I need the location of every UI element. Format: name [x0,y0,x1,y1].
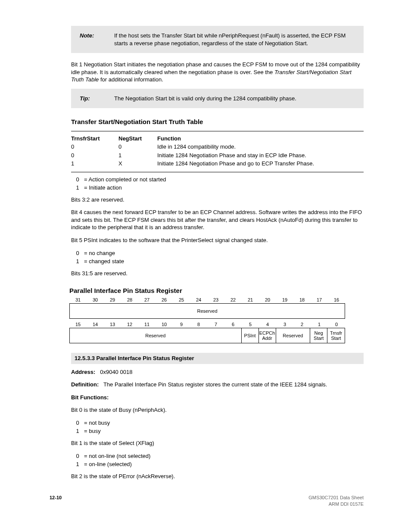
note-text: If the host sets the Transfer Start bit … [114,32,355,47]
bit-index: 12 [121,321,138,328]
bit-index: 4 [259,321,276,328]
bit-index: 5 [242,321,259,328]
col-fn: Function [157,135,181,143]
note-label: Note: [80,32,94,39]
bit-cell-reserved-top: Reserved [70,304,345,318]
bit-cell: Reserved [70,328,242,343]
bitfn-label: Bit Functions: [71,394,109,401]
bit-index: 13 [104,321,121,328]
list-item: 0= not on-line (not selected) [71,452,364,460]
bit-index: 28 [121,297,138,303]
register-title: Parallel Interface Pin Status Register [69,286,345,295]
bit-index: 25 [173,297,190,303]
bit-cell: Neg Start [310,328,327,343]
bit-index: 18 [293,297,311,303]
bit-index: 9 [173,321,190,328]
bit-description: Bit 1 is the state of Select (XFlag) [71,439,364,447]
para-bit5: Bit 5 PSInt indicates to the software th… [71,236,364,244]
truth-table-heading: Transfer Start/Negotiation Start Truth T… [71,118,364,126]
bit-index: 21 [242,297,259,303]
tip-text: The Negotiation Start bit is valid only … [114,95,355,103]
bit-index: 26 [156,297,173,303]
bit-index: 10 [156,321,173,328]
bit-index: 0 [328,321,345,328]
bit-index: 11 [138,321,156,328]
bit-index: 8 [190,321,207,328]
bit-index: 22 [224,297,242,303]
page-footer: 12-10 GMS30C7201 Data Sheet ARM DDI 0157… [50,495,364,507]
list-item: 1= changed state [71,258,364,265]
list-item: 1= on-line (selected) [71,460,364,468]
col-neg: NegStart [118,135,157,143]
bit-index: 29 [104,297,121,303]
bit-index: 31 [69,297,87,303]
register-diagram: Parallel Interface Pin Status Register 3… [69,286,345,343]
bit-index: 3 [276,321,293,328]
col-trnsfr: TrnsfrStart [71,135,118,143]
para-reserved-315: Bits 31:5 are reserved. [71,270,364,277]
bit-index: 6 [224,321,242,328]
bit-index: 17 [311,297,328,303]
def-value: The Parallel Interface Pin Status regist… [103,381,327,388]
def-label: Definition: [71,381,99,388]
divider [71,131,364,131]
note-box: Note: If the host sets the Transfer Star… [71,26,364,53]
para-reserved-32: Bits 3:2 are reserved. [71,196,364,204]
divider [71,172,364,172]
tip-box: Tip: The Negotiation Start bit is valid … [71,89,364,109]
bit-index: 1 [311,321,328,328]
bit-index: 7 [207,321,224,328]
table-row: 1XInitiate 1284 Negotiation Phase and go… [71,160,364,168]
table-row: 01Initiate 1284 Negotiation Phase and st… [71,152,364,159]
bit-cell: Reserved [276,328,311,343]
bit-index: 19 [276,297,293,303]
bit-index: 30 [87,297,104,303]
bit-index: 14 [87,321,104,328]
bit-index: 2 [293,321,311,328]
bit-index: 20 [259,297,276,303]
bit-description: Bit 0 is the state of Busy (nPeriphAck). [71,406,364,414]
para-neg-start: Bit 1 Negotiation Start initiates the ne… [71,61,364,84]
list-item: 0= not busy [71,419,364,427]
bit-cell: PSInt [242,328,259,343]
list-item: 0= no change [71,249,364,257]
bit-index: 15 [69,321,87,328]
bit-description: Bit 2 is the state of PError (nAckRevers… [71,473,364,480]
pin-section-heading: 12.5.3.3 Parallel Interface Pin Status R… [71,353,364,364]
bit-index: 24 [190,297,207,303]
bit-index: 16 [328,297,345,303]
page-number: 12-10 [50,495,62,507]
addr-label: Address: [71,369,95,375]
list-item: 1= Initiate action [71,184,364,192]
bit-index: 23 [207,297,224,303]
bit-cell: Trnsfr Start [327,328,345,343]
table-row: 00Idle in 1284 compatibility mode. [71,143,364,151]
list-item: 1= busy [71,427,364,435]
tip-label: Tip: [80,95,90,102]
list-item: 0= Action completed or not started [71,176,364,184]
addr-value: 0x9040 0018 [100,369,132,375]
para-bit4: Bit 4 causes the next forward ECP transf… [71,208,364,231]
bit-index: 27 [138,297,156,303]
bit-cell: ECPCh Addr [259,328,276,343]
